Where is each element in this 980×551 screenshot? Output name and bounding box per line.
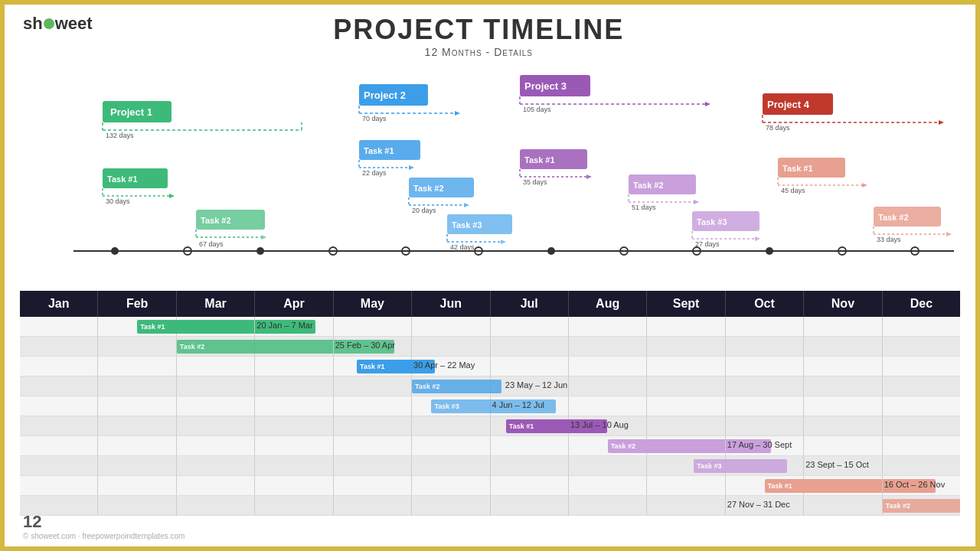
col-jan [20, 317, 98, 336]
footer: 12 © showeet.com · freepowerpoindtemplat… [23, 512, 185, 540]
date-p2-t3: 4 Jun – 12 Jul [492, 400, 545, 409]
header: shweet Project Timeline 12 Months - Deta… [5, 5, 975, 58]
svg-text:30 days: 30 days [106, 197, 130, 205]
svg-text:132 days: 132 days [106, 132, 134, 139]
date-p3-t1: 13 Jul – 10 Aug [570, 420, 629, 429]
col-jan [20, 357, 98, 376]
col-jun [412, 496, 490, 515]
col-mar: Task #2 [177, 337, 255, 356]
col-jan [20, 476, 98, 495]
col-dec [883, 337, 960, 356]
col-oct: Task #1 [726, 476, 804, 495]
col-feb [98, 357, 176, 376]
col-sept [647, 496, 725, 515]
svg-marker-95 [946, 232, 952, 236]
col-mar [177, 476, 255, 495]
svg-marker-71 [694, 200, 699, 204]
col-aug [569, 476, 647, 495]
col-nov: 23 Sept – 15 Oct [804, 456, 882, 475]
table-row: Task #1 13 Jul – 10 Aug [20, 416, 960, 436]
col-feb [98, 436, 176, 455]
col-oct [726, 456, 804, 475]
svg-point-1 [111, 247, 119, 255]
col-jul [491, 357, 569, 376]
col-dec [883, 456, 960, 475]
schedule-table: Task #1 20 Jan – 7 Mar Task #2 25 F [20, 317, 960, 516]
svg-text:Task #2: Task #2 [201, 216, 231, 225]
col-jul: Task #1 [491, 416, 569, 435]
svg-text:33 days: 33 days [877, 236, 901, 243]
svg-text:Task #3: Task #3 [452, 220, 482, 230]
svg-marker-29 [261, 235, 266, 240]
col-nov [804, 377, 882, 396]
col-aug [569, 377, 647, 396]
col-oct: 17 Aug – 30 Sept [726, 436, 804, 455]
col-oct [726, 416, 804, 435]
col-dec [883, 357, 960, 376]
col-aug: Task #2 [569, 436, 647, 455]
month-oct: Oct [726, 291, 804, 317]
col-nov [804, 416, 882, 435]
col-jul: 4 Jun – 12 Jul [491, 396, 569, 416]
col-apr [255, 357, 333, 376]
col-may [334, 377, 412, 396]
col-dec [883, 396, 960, 416]
month-jun: Jun [412, 291, 490, 317]
svg-marker-59 [705, 102, 710, 106]
col-may: 25 Feb – 30 Apr [334, 337, 412, 356]
col-dec: Task #2 [883, 496, 960, 515]
date-p2-t1: 30 Apr – 22 May [413, 360, 475, 370]
col-may [334, 476, 412, 495]
svg-text:67 days: 67 days [199, 240, 224, 248]
col-sept [647, 317, 725, 336]
col-sept [647, 476, 725, 495]
gantt-chart: Project 1 132 days Task #1 30 days Task … [20, 61, 975, 291]
col-jan [20, 456, 98, 475]
svg-point-7 [547, 247, 555, 255]
col-aug [569, 496, 647, 515]
col-aug: 13 Jul – 10 Aug [569, 416, 647, 435]
sub-title: 12 Months - Details [333, 46, 624, 58]
col-dec [883, 377, 960, 396]
col-jun [412, 416, 490, 435]
svg-text:Task #1: Task #1 [107, 174, 138, 184]
col-apr: 20 Jan – 7 Mar [255, 317, 333, 336]
col-sept [647, 337, 725, 356]
col-jun [412, 456, 490, 475]
col-feb: Task #1 [98, 317, 176, 336]
col-sept [647, 396, 725, 416]
col-apr [255, 456, 333, 475]
svg-text:Project 4: Project 4 [767, 99, 810, 110]
svg-text:51 days: 51 days [632, 204, 656, 211]
col-mar [177, 317, 255, 336]
col-dec [883, 436, 960, 455]
col-mar [177, 377, 255, 396]
date-p1-t2: 25 Feb – 30 Apr [335, 341, 395, 350]
date-p4-t2: 27 Nov – 31 Dec [727, 500, 790, 509]
svg-text:35 days: 35 days [523, 178, 547, 186]
col-jun [412, 317, 490, 336]
col-feb [98, 337, 176, 356]
table-row: Task #1 16 Oct – 26 Nov [20, 476, 960, 496]
col-jun: Task #2 23 May – 12 Jun [412, 377, 490, 396]
month-sept: Sept [647, 291, 725, 317]
month-dec: Dec [883, 291, 960, 317]
col-jun [412, 337, 490, 356]
col-jun: 30 Apr – 22 May [412, 357, 490, 376]
col-sept [647, 436, 725, 455]
gantt-svg: Project 1 132 days Task #1 30 days Task … [20, 61, 975, 291]
logo-text-before: sh [23, 14, 43, 34]
svg-text:Task #2: Task #2 [413, 184, 444, 193]
col-oct [726, 317, 804, 336]
svg-text:42 days: 42 days [450, 243, 475, 251]
col-aug [569, 456, 647, 475]
col-apr [255, 337, 333, 356]
table-row: Task #3 23 Sept – 15 Oct [20, 456, 960, 476]
col-feb [98, 416, 176, 435]
col-oct [726, 337, 804, 356]
svg-point-10 [766, 247, 773, 255]
svg-marker-77 [755, 236, 760, 241]
col-may [334, 436, 412, 455]
col-oct [726, 396, 804, 416]
col-apr [255, 416, 333, 435]
